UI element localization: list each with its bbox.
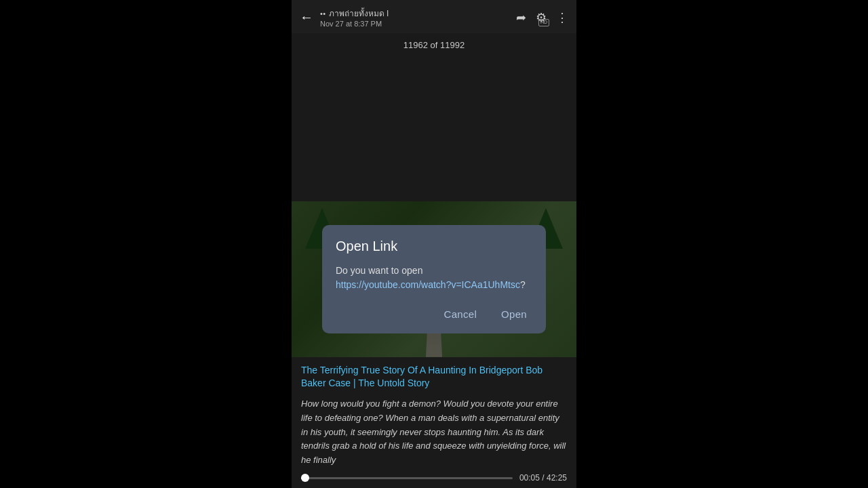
open-button[interactable]: Open bbox=[496, 304, 532, 324]
counter-bar: 11962 of 11992 bbox=[292, 33, 576, 56]
dialog-body-suffix: ? bbox=[520, 279, 526, 290]
top-bar-left: ← •• ภาพถ่ายทั้งหมด I Nov 27 at 8:37 PM bbox=[300, 7, 389, 28]
more-icon[interactable]: ⋮ bbox=[556, 10, 568, 25]
time-display: 00:05 / 42:25 bbox=[519, 473, 567, 483]
top-bar-right: ➦ ⚙ HD ⋮ bbox=[516, 10, 568, 25]
progress-track[interactable] bbox=[301, 477, 513, 479]
dialog-buttons: Cancel Open bbox=[336, 304, 532, 324]
video-area: Open Link Do you want to open https://yo… bbox=[292, 201, 576, 357]
video-title: The Terrifying True Story Of A Haunting … bbox=[301, 364, 567, 390]
dialog-body: Do you want to open https://youtube.com/… bbox=[336, 264, 532, 292]
open-link-dialog: Open Link Do you want to open https://yo… bbox=[322, 225, 546, 333]
counter-text: 11962 of 11992 bbox=[403, 40, 465, 50]
title-thai: ภาพถ่ายทั้งหมด I bbox=[329, 7, 389, 20]
content-area: The Terrifying True Story Of A Haunting … bbox=[292, 357, 576, 468]
phone-content: ← •• ภาพถ่ายทั้งหมด I Nov 27 at 8:37 PM … bbox=[292, 0, 576, 488]
progress-thumb bbox=[301, 474, 309, 482]
hd-badge: HD bbox=[538, 19, 549, 26]
dialog-overlay: Open Link Do you want to open https://yo… bbox=[292, 201, 576, 357]
spacer-area bbox=[292, 56, 576, 201]
title-dots: •• bbox=[320, 9, 326, 18]
left-panel bbox=[0, 0, 292, 488]
back-button[interactable]: ← bbox=[300, 9, 313, 25]
settings-wrap: ⚙ HD bbox=[536, 10, 547, 25]
title-top-row: •• ภาพถ่ายทั้งหมด I bbox=[320, 7, 389, 20]
share-icon[interactable]: ➦ bbox=[516, 10, 526, 25]
dialog-body-prefix: Do you want to open bbox=[336, 265, 422, 276]
right-panel bbox=[576, 0, 868, 488]
cancel-button[interactable]: Cancel bbox=[439, 304, 483, 324]
title-date: Nov 27 at 8:37 PM bbox=[320, 20, 389, 28]
title-block: •• ภาพถ่ายทั้งหมด I Nov 27 at 8:37 PM bbox=[320, 7, 389, 28]
dialog-link[interactable]: https://youtube.com/watch?v=ICAa1UhMtsc bbox=[336, 279, 520, 290]
top-bar: ← •• ภาพถ่ายทั้งหมด I Nov 27 at 8:37 PM … bbox=[292, 0, 576, 33]
video-description: How long would you fight a demon? Would … bbox=[301, 397, 567, 468]
progress-area: 00:05 / 42:25 bbox=[292, 468, 576, 488]
dialog-title: Open Link bbox=[336, 239, 532, 254]
